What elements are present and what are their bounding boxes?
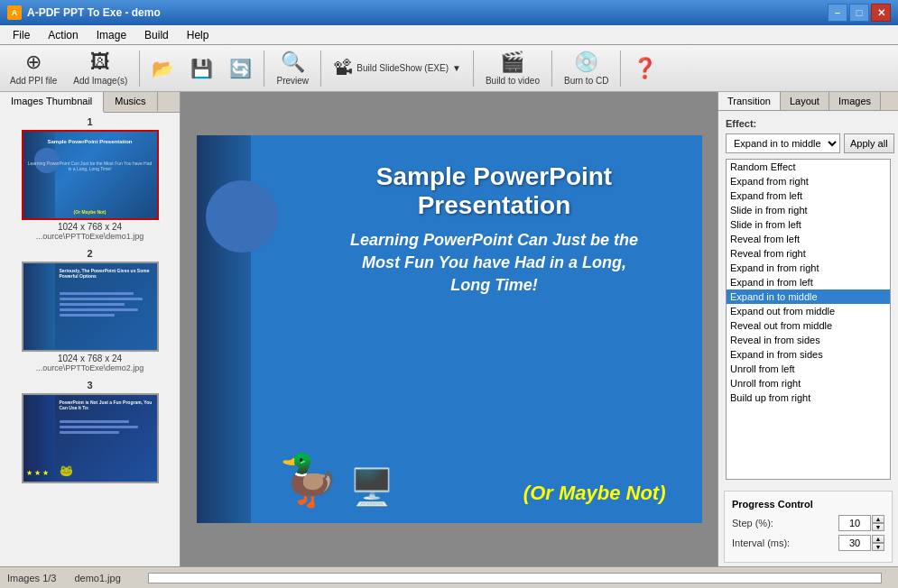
step-down-button[interactable]: ▼: [872, 523, 884, 531]
restore-button[interactable]: □: [849, 4, 869, 22]
thumb-2-number: 2: [87, 248, 92, 259]
effect-build-right[interactable]: Build up from right: [727, 390, 890, 405]
build-video-label: Build to video: [486, 76, 540, 86]
close-button[interactable]: ✕: [871, 4, 891, 22]
slide-footer: (Or Maybe Not): [523, 482, 666, 505]
left-panel: Images Thumbnail Musics 1 Sample PowerPo…: [0, 92, 181, 566]
build-video-button[interactable]: 🎬 Build to video: [479, 49, 546, 88]
tab-layout[interactable]: Layout: [781, 92, 829, 110]
effect-random[interactable]: Random Effect: [727, 160, 890, 174]
burn-cd-icon: 💿: [574, 51, 598, 74]
progress-section: Progress Control Step (%): ▲ ▼ Interval …: [724, 491, 893, 563]
slide-body-line1: Learning PowerPoint Can Just be the: [350, 231, 638, 249]
menu-help[interactable]: Help: [178, 27, 218, 43]
effect-expand-out-middle[interactable]: Expand out from middle: [727, 304, 890, 318]
apply-all-button[interactable]: Apply all: [844, 133, 894, 153]
build-slideshow-icon: 📽: [333, 57, 353, 80]
effect-reveal-right[interactable]: Reveal from right: [727, 246, 890, 261]
center-panel: Sample PowerPoint Presentation Learning …: [181, 92, 717, 566]
burn-cd-button[interactable]: 💿 Burn to CD: [558, 49, 615, 88]
save-button[interactable]: 💾: [184, 49, 219, 88]
toolbar: ⊕ Add PPI file 🖼 Add Image(s) 📂 💾 🔄 🔍 Pr…: [0, 45, 898, 92]
effect-expand-in-right[interactable]: Expand in from right: [727, 261, 890, 275]
preview-button[interactable]: 🔍 Preview: [270, 49, 315, 88]
effect-slide-in-right[interactable]: Slide in from right: [727, 203, 890, 217]
thumb-1-image[interactable]: Sample PowerPoint Presentation Learning …: [22, 130, 159, 220]
thumbnail-1[interactable]: 1 Sample PowerPoint Presentation Learnin…: [4, 116, 176, 241]
effects-list[interactable]: Random Effect Expand from right Expand f…: [726, 159, 891, 480]
minimize-button[interactable]: –: [828, 4, 847, 22]
thumb-3-stars: ★ ★ ★: [26, 469, 49, 477]
title-bar: A A-PDF PPT To Exe - demo – □ ✕: [0, 0, 898, 25]
effect-expand-in-middle[interactable]: Expand in to middle: [727, 289, 890, 304]
open-icon: 📂: [152, 58, 174, 79]
thumb-1-footer: (Or Maybe Not): [23, 209, 157, 215]
menu-image[interactable]: Image: [88, 27, 135, 43]
open-button[interactable]: 📂: [145, 49, 181, 88]
thumbnail-3[interactable]: 3 PowerPoint is Not Just a Fun Program, …: [4, 380, 176, 483]
thumb-2-lines: [60, 292, 153, 319]
menu-action[interactable]: Action: [39, 27, 87, 43]
thumb-3-content: PowerPoint is Not Just a Fun Program, Yo…: [23, 395, 157, 482]
refresh-button[interactable]: 🔄: [223, 49, 258, 88]
current-filename: demo1.jpg: [74, 573, 120, 583]
thumb-2-path: ...ource\PPTToExe\demo2.jpg: [36, 363, 144, 372]
thumb-3-lines: [60, 420, 153, 436]
tab-images[interactable]: Images: [829, 92, 881, 110]
effect-expand-right[interactable]: Expand from right: [727, 174, 890, 188]
step-input[interactable]: [838, 515, 871, 531]
add-ppi-icon: ⊕: [25, 51, 42, 74]
thumbnails-area[interactable]: 1 Sample PowerPoint Presentation Learnin…: [0, 113, 180, 566]
help-button[interactable]: ❓: [626, 49, 663, 88]
slide-body: Learning PowerPoint Can Just be the Most…: [323, 229, 666, 298]
add-image-button[interactable]: 🖼 Add Image(s): [67, 49, 134, 88]
thumb-2-image[interactable]: Seriously, The PowerPoint Gives us Some …: [22, 262, 159, 352]
separator-2: [264, 51, 264, 87]
slide-body-line2: Most Fun You have Had in a Long,: [362, 253, 626, 271]
transition-section: Effect: Expand in to middle Apply all Ra…: [718, 111, 898, 487]
thumb-3-number: 3: [87, 380, 92, 390]
current-effect-select[interactable]: Expand in to middle: [726, 133, 840, 153]
tab-musics[interactable]: Musics: [104, 92, 157, 112]
effect-reveal-left[interactable]: Reveal from left: [727, 232, 890, 246]
effect-unroll-left[interactable]: Unroll from left: [727, 362, 890, 376]
slide-circle: [206, 180, 278, 253]
menu-bar: File Action Image Build Help: [0, 25, 898, 45]
step-spinner: ▲ ▼: [872, 515, 884, 531]
thumb-3-title: PowerPoint is Not Just a Fun Program, Yo…: [60, 400, 154, 410]
effect-row: Expand in to middle Apply all: [726, 133, 891, 153]
step-up-button[interactable]: ▲: [872, 515, 884, 523]
thumb-1-sub: Learning PowerPoint Can Just be the Most…: [27, 161, 153, 171]
interval-down-button[interactable]: ▼: [872, 543, 884, 551]
build-slideshow-button[interactable]: 📽 Build SlideShow (EXE) ▼: [327, 49, 468, 88]
tab-images-thumbnail[interactable]: Images Thumbnail: [0, 92, 104, 113]
thumb-1-path: ...ource\PPTToExe\demo1.jpg: [36, 232, 144, 241]
app-icon: A: [7, 5, 22, 20]
slide-body-line3: Long Time!: [450, 276, 538, 294]
thumb-2-info: 1024 x 768 x 24: [58, 354, 122, 363]
separator-4: [473, 51, 474, 87]
main-area: Images Thumbnail Musics 1 Sample PowerPo…: [0, 92, 898, 566]
effect-expand-left[interactable]: Expand from left: [727, 188, 890, 203]
add-ppi-button[interactable]: ⊕ Add PPI file: [4, 49, 63, 88]
step-input-group: ▲ ▼: [838, 515, 884, 531]
thumbnail-2[interactable]: 2 Seriously, The PowerPoint Gives us Som…: [4, 248, 176, 372]
interval-input[interactable]: [838, 535, 871, 551]
refresh-icon: 🔄: [229, 58, 252, 79]
panel-tabs: Images Thumbnail Musics: [0, 92, 180, 113]
computer-character: 🖥️: [349, 469, 394, 505]
effect-expand-in-left[interactable]: Expand in from left: [727, 275, 890, 289]
menu-build[interactable]: Build: [135, 27, 178, 43]
menu-file[interactable]: File: [4, 27, 39, 43]
interval-up-button[interactable]: ▲: [872, 535, 884, 543]
thumb-1-title: Sample PowerPoint Presentation: [27, 139, 153, 144]
effect-expand-in-sides[interactable]: Expand in from sides: [727, 347, 890, 362]
effect-reveal-in-sides[interactable]: Reveal in from sides: [727, 333, 890, 347]
save-icon: 💾: [190, 58, 213, 79]
effect-unroll-right[interactable]: Unroll from right: [727, 376, 890, 390]
thumb-3-image[interactable]: PowerPoint is Not Just a Fun Program, Yo…: [22, 393, 159, 483]
tab-transition[interactable]: Transition: [718, 92, 781, 110]
effect-reveal-out-middle[interactable]: Reveal out from middle: [727, 318, 890, 333]
effect-slide-in-left[interactable]: Slide in from left: [727, 217, 890, 232]
thumb-2-title: Seriously, The PowerPoint Gives us Some …: [60, 268, 154, 279]
